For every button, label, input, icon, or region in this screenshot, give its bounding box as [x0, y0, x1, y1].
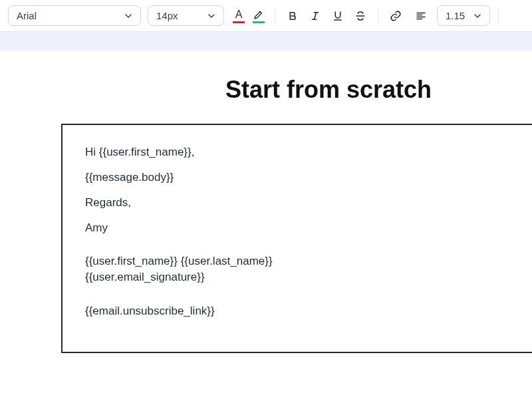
separator [275, 9, 275, 23]
chevron-down-icon [207, 12, 215, 20]
page-title: Start from scratch [61, 76, 532, 104]
strikethrough-icon [354, 10, 366, 22]
content-line: {{message.body}} [85, 170, 532, 185]
italic-button[interactable] [306, 7, 325, 25]
content-line: {{user.email_signature}} [85, 270, 532, 285]
text-color-button[interactable]: A [231, 9, 247, 23]
text-color-swatch [233, 21, 245, 23]
italic-icon [309, 10, 321, 22]
bold-icon [287, 10, 299, 22]
font-size-value: 14px [156, 10, 178, 21]
highlight-color-button[interactable] [251, 9, 267, 23]
link-icon [390, 10, 402, 22]
highlighter-icon [253, 9, 265, 21]
page-edge [0, 51, 29, 394]
format-group [283, 7, 370, 25]
align-button[interactable] [412, 7, 430, 25]
link-button[interactable] [386, 7, 405, 25]
text-color-icon: A [235, 9, 243, 21]
content-editor[interactable]: Hi {{user.first_name}}, {{message.body}}… [61, 124, 532, 353]
separator [498, 9, 499, 23]
highlight-color-swatch [253, 21, 265, 23]
content-line: {{user.first_name}} {{user.last_name}} [85, 254, 532, 269]
font-size-dropdown[interactable]: 14px [148, 5, 224, 26]
font-family-dropdown[interactable]: Arial [8, 5, 141, 26]
content-line: {{email.unsubscribe_link}} [85, 304, 532, 319]
line-height-dropdown[interactable]: 1.15 [437, 5, 490, 26]
font-family-value: Arial [17, 10, 37, 21]
underline-icon [332, 10, 344, 22]
chevron-down-icon [124, 12, 132, 20]
strikethrough-button[interactable] [351, 7, 370, 25]
underline-button[interactable] [329, 7, 347, 25]
page: Start from scratch Hi {{user.first_name}… [29, 51, 532, 394]
canvas-area: Start from scratch Hi {{user.first_name}… [0, 32, 532, 394]
chevron-down-icon [473, 12, 481, 20]
line-height-value: 1.15 [446, 10, 465, 21]
content-line: Hi {{user.first_name}}, [85, 145, 532, 160]
bold-button[interactable] [283, 7, 302, 25]
color-group: A [231, 9, 267, 23]
align-left-icon [415, 10, 427, 22]
content-line: Amy [85, 221, 532, 235]
separator [378, 9, 378, 23]
toolbar: Arial 14px A [0, 0, 532, 32]
content-line: Regards, [85, 196, 532, 210]
